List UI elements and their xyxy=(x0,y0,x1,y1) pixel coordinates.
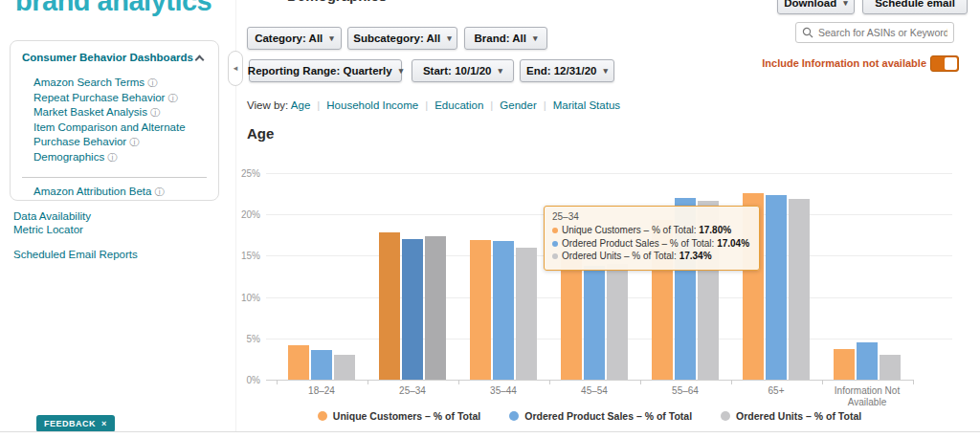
bar-unique-customers-35–44[interactable] xyxy=(470,240,491,380)
x-axis-tick xyxy=(549,380,550,384)
legend-dot-icon xyxy=(552,253,558,259)
link-data-availability[interactable]: Data Availability xyxy=(13,210,91,222)
bar-unique-customers-18–24[interactable] xyxy=(288,345,309,380)
end-date-filter-button[interactable]: End: 12/31/20▾ xyxy=(520,59,614,82)
x-axis-tick xyxy=(913,380,914,384)
bar-ordered-product-sales-35–44[interactable] xyxy=(493,241,514,380)
tooltip-title: 25–34 xyxy=(552,211,749,222)
x-axis-category-label: 45–54 xyxy=(549,385,640,397)
bar-ordered-product-sales-65+[interactable] xyxy=(766,195,787,380)
view-by-label: View by: xyxy=(247,99,288,111)
info-icon[interactable]: ⓘ xyxy=(147,77,157,88)
y-axis-tick-label: 10% xyxy=(228,293,260,303)
info-icon[interactable]: ⓘ xyxy=(154,186,164,197)
y-axis-tick-label: 15% xyxy=(228,251,260,261)
sidebar-item-market-basket-analysis[interactable]: Market Basket Analysisⓘ xyxy=(33,105,212,120)
caret-down-icon: ▾ xyxy=(533,33,538,43)
caret-down-icon: ▾ xyxy=(843,0,848,8)
caret-down-icon: ▾ xyxy=(447,33,452,43)
view-by-link-marital-status[interactable]: Marital Status xyxy=(553,99,620,111)
sidebar-item-repeat-purchase-behavior[interactable]: Repeat Purchase Behaviorⓘ xyxy=(33,91,212,106)
divider xyxy=(22,177,207,178)
view-by-link-education[interactable]: Education xyxy=(434,99,483,111)
chart-section-title: Age xyxy=(247,125,274,142)
sidebar-item-amazon-search-terms[interactable]: Amazon Search Termsⓘ xyxy=(33,76,212,91)
tooltip-row: Ordered Units – % of Total: 17.34% xyxy=(552,250,749,263)
tooltip-row: Unique Customers – % of Total: 17.80% xyxy=(552,224,749,237)
x-axis-category-label: 25–34 xyxy=(368,385,458,397)
sidebar-item-demographics[interactable]: Demographicsⓘ xyxy=(33,150,212,165)
y-axis-tick-label: 0% xyxy=(228,375,260,385)
bar-unique-customers-25–34[interactable] xyxy=(379,232,400,380)
sidebar-header-consumer-behavior[interactable]: Consumer Behavior Dashboards xyxy=(11,41,218,63)
close-icon: × xyxy=(101,419,107,428)
page-bottom-divider xyxy=(0,431,980,432)
chevron-up-icon[interactable] xyxy=(195,55,205,65)
y-axis-tick-label: 25% xyxy=(228,168,260,179)
bar-ordered-units-information-not-available[interactable] xyxy=(880,355,901,380)
view-by-row: View by: Age|Household Income|Education|… xyxy=(247,99,620,111)
cropped-page-heading: Demographics xyxy=(287,0,402,5)
x-axis-tick xyxy=(731,380,732,384)
caret-down-icon: ▾ xyxy=(329,33,334,43)
x-axis-category-label: 18–24 xyxy=(277,385,368,397)
sidebar-card: Consumer Behavior Dashboards Amazon Sear… xyxy=(10,40,219,201)
x-axis-category-label: 65+ xyxy=(731,385,822,397)
legend-dot-icon xyxy=(721,411,730,421)
toggle-knob xyxy=(945,57,957,70)
start-date-filter-button[interactable]: Start: 10/1/20▾ xyxy=(412,59,514,82)
x-axis-tick xyxy=(640,380,641,384)
bar-ordered-units-65+[interactable] xyxy=(789,199,810,380)
bar-unique-customers-45–54[interactable] xyxy=(561,258,582,380)
include-info-toggle[interactable] xyxy=(930,55,959,72)
legend-dot-icon xyxy=(552,241,558,247)
sidebar-collapse-button[interactable]: ◂ xyxy=(228,51,243,86)
caret-down-icon: ▾ xyxy=(499,66,503,76)
info-icon[interactable]: ⓘ xyxy=(150,107,160,118)
sidebar-item-amazon-attribution-beta[interactable]: Amazon Attribution Betaⓘ xyxy=(33,185,164,200)
schedule-email-button[interactable]: Schedule email xyxy=(862,0,968,14)
x-axis-tick xyxy=(277,380,278,384)
bar-ordered-units-35–44[interactable] xyxy=(516,248,537,380)
bar-ordered-units-45–54[interactable] xyxy=(607,264,628,380)
search-box[interactable] xyxy=(795,22,954,43)
y-axis-tick-label: 5% xyxy=(228,334,260,344)
brand-filter-button[interactable]: Brand: All▾ xyxy=(464,27,547,50)
bar-ordered-product-sales-25–34[interactable] xyxy=(402,239,423,380)
category-filter-button[interactable]: Category: All▾ xyxy=(247,27,342,50)
view-by-link-age[interactable]: Age xyxy=(291,99,310,111)
link-metric-locator[interactable]: Metric Locator xyxy=(13,224,83,235)
info-icon[interactable]: ⓘ xyxy=(167,93,177,103)
view-by-link-household-income[interactable]: Household Income xyxy=(326,99,418,111)
bar-ordered-units-18–24[interactable] xyxy=(334,355,355,380)
bar-unique-customers-information-not-available[interactable] xyxy=(834,349,855,380)
sidebar-item-item-comparison[interactable]: Item Comparison and Alternate Purchase B… xyxy=(33,120,212,150)
feedback-button[interactable]: FEEDBACK × xyxy=(36,415,115,432)
bar-ordered-product-sales-18–24[interactable] xyxy=(311,350,332,380)
bar-ordered-product-sales-information-not-available[interactable] xyxy=(857,342,878,380)
view-by-link-gender[interactable]: Gender xyxy=(500,99,536,111)
subcategory-filter-button[interactable]: Subcategory: All▾ xyxy=(347,27,457,50)
x-axis-category-label: 35–44 xyxy=(458,385,549,397)
download-button[interactable]: Download ▾ xyxy=(777,0,855,14)
info-icon[interactable]: ⓘ xyxy=(107,152,117,163)
link-scheduled-email-reports[interactable]: Scheduled Email Reports xyxy=(13,249,138,260)
legend-dot-icon xyxy=(552,228,558,233)
legend-dot-icon xyxy=(318,411,327,421)
legend-item-ordered-product-sales: Ordered Product Sales – % of Total xyxy=(509,410,692,422)
x-axis-tick xyxy=(458,380,459,384)
x-axis-line xyxy=(266,380,913,381)
bar-ordered-units-25–34[interactable] xyxy=(425,236,446,380)
chart-legend: Unique Customers – % of TotalOrdered Pro… xyxy=(266,410,913,422)
legend-item-ordered-units: Ordered Units – % of Total xyxy=(721,410,861,422)
x-axis-category-label: 55–64 xyxy=(640,385,731,397)
bar-ordered-product-sales-45–54[interactable] xyxy=(584,266,605,380)
collapse-left-icon: ◂ xyxy=(234,63,238,73)
reporting-range-filter-button[interactable]: Reporting Range: Quarterly▾ xyxy=(249,59,402,82)
search-icon xyxy=(802,27,813,38)
tooltip-row: Ordered Product Sales – % of Total: 17.0… xyxy=(552,237,749,251)
legend-dot-icon xyxy=(509,411,519,421)
info-icon[interactable]: ⓘ xyxy=(129,137,139,147)
search-input[interactable] xyxy=(818,27,947,38)
caret-down-icon: ▾ xyxy=(603,66,608,76)
